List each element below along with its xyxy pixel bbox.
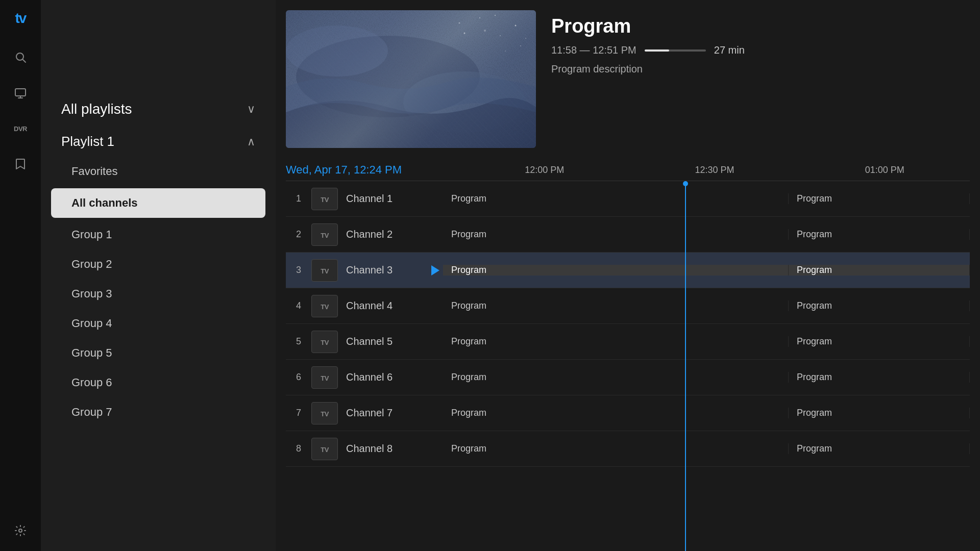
program-cell-current[interactable]: Program [443,443,789,454]
table-row[interactable]: 1 TV Channel 1 Program Program [286,181,970,217]
program-cell-current[interactable]: Program [443,408,789,418]
program-time-range: 11:58 — 12:51 PM [551,44,636,56]
epg-current-time: Wed, Apr 17, 12:24 PM [286,163,459,177]
channel-icon: TV [311,188,338,210]
epg-timeline: 12:00 PM 12:30 PM 01:00 PM [459,165,970,176]
search-icon[interactable] [10,47,31,67]
table-row[interactable]: 5 TV Channel 5 Program Program [286,324,970,360]
progress-bar [645,49,706,52]
playlist1-label: Playlist 1 [61,134,114,149]
svg-point-12 [500,35,501,36]
channel-icon: TV [311,223,338,246]
program-cell-current[interactable]: Program [443,265,789,276]
nav-item-all-channels[interactable]: All channels [51,188,265,218]
settings-icon[interactable] [10,520,31,541]
nav-item-group4[interactable]: Group 4 [41,309,276,338]
svg-text:TV: TV [321,232,329,239]
progress-bar-fill [645,49,669,52]
channel-number: 1 [286,193,311,204]
program-cell-next[interactable]: Program [789,300,970,311]
program-info: Program 11:58 — 12:51 PM 27 min Program … [551,10,745,158]
table-row[interactable]: 8 TV Channel 8 Program Program [286,431,970,467]
channel-number: 7 [286,408,311,418]
dvr-icon[interactable]: DVR [10,118,31,139]
program-cell-next[interactable]: Program [789,372,970,383]
nav-item-group2[interactable]: Group 2 [41,249,276,279]
table-row[interactable]: 2 TV Channel 2 Program Program [286,217,970,253]
app-logo[interactable]: tv [15,10,26,27]
table-row[interactable]: 6 TV Channel 6 Program Program [286,360,970,395]
epg-programs: Program Program [443,229,970,240]
epg-time-1200: 12:00 PM [459,165,629,176]
epg-section: Wed, Apr 17, 12:24 PM 12:00 PM 12:30 PM … [276,158,980,551]
video-preview[interactable] [286,10,536,148]
table-row[interactable]: 7 TV Channel 7 Program Program [286,395,970,431]
epg-programs: Program Program [443,336,970,347]
channel-icon: TV [311,259,338,282]
program-cell-next[interactable]: Program [789,193,970,204]
all-playlists-header[interactable]: All playlists ∨ [41,92,276,127]
channel-name: Channel 8 [346,443,428,455]
nav-item-favorites[interactable]: Favorites [41,157,276,186]
program-cell-current[interactable]: Program [443,300,789,311]
table-row[interactable]: 4 TV Channel 4 Program Program [286,288,970,324]
left-panel: All playlists ∨ Playlist 1 ∧ Favorites A… [41,0,276,551]
nav-item-group7[interactable]: Group 7 [41,397,276,427]
svg-point-19 [505,51,506,52]
nav-item-group5[interactable]: Group 5 [41,338,276,368]
all-playlists-label: All playlists [61,101,132,117]
channel-icon: TV [311,331,338,353]
all-playlists-chevron: ∨ [247,103,255,116]
program-cell-next[interactable]: Program [789,336,970,347]
program-cell-next[interactable]: Program [789,265,970,276]
top-section: Program 11:58 — 12:51 PM 27 min Program … [276,0,980,158]
program-cell-current[interactable]: Program [443,193,789,204]
svg-text:TV: TV [321,339,329,346]
program-cell-next[interactable]: Program [789,408,970,418]
svg-text:TV: TV [321,303,329,311]
screen-icon[interactable] [10,83,31,103]
epg-programs: Program Program [443,193,970,204]
bookmark-icon[interactable] [10,154,31,174]
playlist1-chevron: ∧ [247,135,255,148]
channel-number: 5 [286,336,311,347]
svg-point-18 [464,33,465,34]
channel-name: Channel 4 [346,300,428,312]
svg-text:TV: TV [321,267,329,275]
channel-name: Channel 6 [346,371,428,383]
svg-point-17 [525,38,526,39]
program-cell-next[interactable]: Program [789,229,970,240]
program-cell-current[interactable]: Program [443,372,789,383]
epg-header: Wed, Apr 17, 12:24 PM 12:00 PM 12:30 PM … [286,163,970,181]
svg-point-5 [19,529,22,532]
epg-programs: Program Program [443,265,970,276]
table-row[interactable]: 3 TV Channel 3 Program Program [286,253,970,288]
svg-point-0 [16,53,23,60]
program-time: 11:58 — 12:51 PM 27 min [551,44,745,56]
svg-line-1 [23,60,26,62]
svg-text:TV: TV [321,374,329,382]
channel-icon: TV [311,295,338,317]
program-title: Program [551,15,745,37]
svg-point-10 [515,25,517,27]
svg-text:TV: TV [321,196,329,204]
channel-name: Channel 5 [346,336,428,347]
playlist1-header[interactable]: Playlist 1 ∧ [41,127,276,157]
channel-number: 4 [286,300,311,311]
svg-text:TV: TV [321,446,329,454]
program-cell-next[interactable]: Program [789,443,970,454]
channel-name: Channel 3 [346,264,428,276]
epg-programs: Program Program [443,408,970,418]
nav-item-group3[interactable]: Group 3 [41,279,276,309]
play-triangle-icon [431,265,439,276]
svg-rect-2 [15,89,26,96]
channel-name: Channel 2 [346,229,428,240]
program-description: Program description [551,63,745,75]
nav-item-group1[interactable]: Group 1 [41,220,276,249]
nav-item-group6[interactable]: Group 6 [41,368,276,397]
program-cell-current[interactable]: Program [443,336,789,347]
program-cell-current[interactable]: Program [443,229,789,240]
svg-text:TV: TV [321,410,329,418]
program-duration: 27 min [714,44,745,56]
channel-number: 3 [286,265,311,276]
